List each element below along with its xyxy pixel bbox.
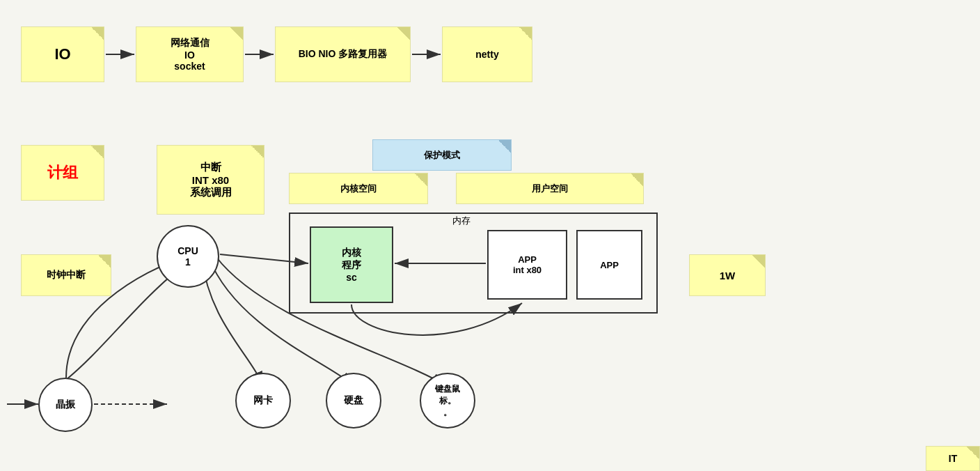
jingzhen-circle: 晶振 xyxy=(38,378,93,432)
kernel-program-box: 内核程序sc xyxy=(310,226,393,303)
netty-note: netty xyxy=(442,26,532,82)
cpu-circle: CPU1 xyxy=(157,225,219,288)
bottom-note: IT xyxy=(926,446,980,471)
bio-note: BIO NIO 多路复用器 xyxy=(275,26,411,82)
baohushi-note: 保护模式 xyxy=(372,139,512,171)
io-note: IO xyxy=(21,26,104,82)
jianpan-circle: 键盘鼠标。。 xyxy=(420,373,475,428)
zhongduan-note: 中断INT x80系统调用 xyxy=(157,145,264,215)
yingpan-circle: 硬盘 xyxy=(326,373,381,428)
jizhou-note: 计组 xyxy=(21,145,104,201)
app-intx80-box: APPint x80 xyxy=(487,230,567,300)
yonghu-space-note: 用户空间 xyxy=(456,173,644,204)
memory-label: 内存 xyxy=(452,215,471,227)
wangka-circle: 网卡 xyxy=(235,373,291,428)
app-box: APP xyxy=(576,230,642,300)
yw-note: 1W xyxy=(689,254,766,296)
shijhong-note: 时钟中断 xyxy=(21,254,111,296)
network-note: 网络通信IOsocket xyxy=(136,26,244,82)
neihe-space-note: 内核空间 xyxy=(289,173,428,204)
